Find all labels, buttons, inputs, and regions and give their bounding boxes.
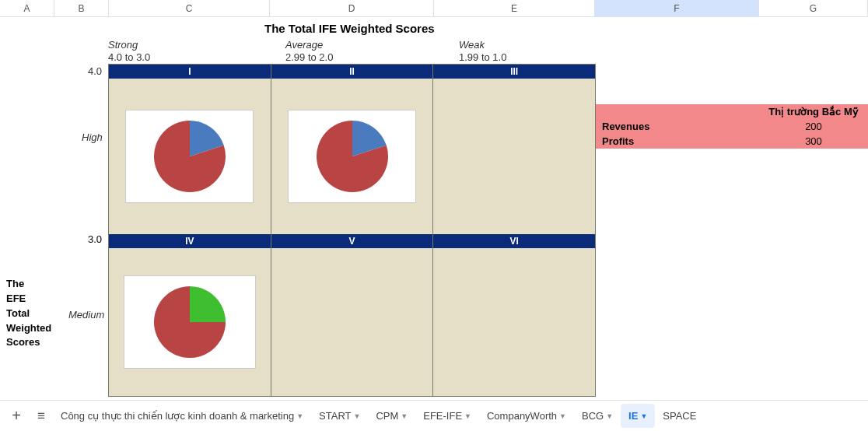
tab-label: START [319, 410, 351, 422]
tab-space[interactable]: SPACE [655, 404, 704, 428]
pie-chart-ii[interactable] [288, 110, 416, 203]
block-row-label: Profits [596, 134, 759, 149]
tab-label: IE [628, 410, 638, 422]
chevron-down-icon: ▼ [559, 412, 566, 420]
cell-v[interactable] [271, 248, 434, 396]
tab-ie[interactable]: IE▼ [621, 404, 655, 428]
tab-label: CPM [376, 410, 398, 422]
tab-start[interactable]: START▼ [311, 404, 368, 428]
pie-chart-i[interactable] [125, 110, 254, 203]
tab-bcg[interactable]: BCG▼ [574, 404, 621, 428]
heading-strong-range: 4.0 to 3.0 [108, 51, 150, 63]
ie-matrix: I II III IV V VI [108, 64, 596, 397]
col-header-g[interactable]: G [759, 0, 868, 16]
col-header-c[interactable]: C [109, 0, 270, 16]
cell-vi[interactable] [433, 248, 595, 396]
block-row-label: Revenues [596, 119, 759, 134]
band-cell-iii: III [433, 65, 595, 79]
band-cell-iv: IV [109, 234, 271, 248]
all-sheets-button[interactable]: ≡ [30, 408, 53, 424]
cell-ii[interactable] [271, 79, 434, 234]
band-cell-vi: VI [433, 234, 595, 248]
axis-label-4: 4.0 [88, 65, 102, 77]
col-header-b[interactable]: B [54, 0, 109, 16]
tab-label: SPACE [663, 410, 696, 422]
chevron-down-icon: ▼ [606, 412, 613, 420]
block-row-value: 200 [759, 119, 868, 134]
tab-main[interactable]: Công cụ thực thi chiến lược kinh doanh &… [53, 404, 311, 428]
heading-average-range: 2.99 to 2.0 [285, 51, 333, 63]
matrix-row-2 [109, 248, 595, 396]
col-header-d[interactable]: D [270, 0, 434, 16]
tab-companyworth[interactable]: CompanyWorth▼ [479, 404, 574, 428]
sheet-tabs: + ≡ Công cụ thực thi chiến lược kinh doa… [0, 400, 868, 431]
side-label: TheEFETotalWeightedScores [6, 277, 51, 350]
tab-label: EFE-IFE [423, 410, 462, 422]
row-label-medium: Medium [68, 309, 104, 321]
row-label-high: High [82, 131, 103, 143]
cell-iv[interactable] [109, 248, 271, 396]
chevron-down-icon: ▼ [353, 412, 360, 420]
cell-i[interactable] [109, 79, 271, 234]
heading-average: Average [285, 39, 323, 51]
data-block[interactable]: Thị trường Bắc Mỹ Revenues 200 Profits 3… [596, 104, 868, 149]
pie-chart-iv[interactable] [124, 275, 256, 369]
column-headers: ABCDEFG [0, 0, 868, 17]
axis-label-3: 3.0 [88, 233, 102, 245]
band-cell-v: V [271, 234, 434, 248]
heading-weak: Weak [459, 39, 485, 51]
band-row-1: I II III [109, 65, 595, 79]
heading-strong: Strong [108, 39, 138, 51]
col-header-a[interactable]: A [0, 0, 54, 16]
chevron-down-icon: ▼ [401, 412, 408, 420]
tab-cpm[interactable]: CPM▼ [368, 404, 415, 428]
chevron-down-icon: ▼ [464, 412, 471, 420]
block-row-value: 300 [759, 134, 868, 149]
chevron-down-icon: ▼ [640, 412, 647, 420]
band-cell-i: I [109, 65, 271, 79]
sheet-area: The Total IFE Weighted Scores Strong 4.0… [0, 17, 868, 400]
chart-title: The Total IFE Weighted Scores [264, 22, 435, 35]
heading-weak-range: 1.99 to 1.0 [459, 51, 506, 63]
tab-efe-ife[interactable]: EFE-IFE▼ [415, 404, 479, 428]
matrix-row-1 [109, 79, 595, 234]
chevron-down-icon: ▼ [296, 412, 303, 420]
tab-label: CompanyWorth [487, 410, 557, 422]
col-header-e[interactable]: E [434, 0, 595, 16]
band-row-2: IV V VI [109, 234, 595, 248]
col-header-f[interactable]: F [595, 0, 759, 16]
tab-label: BCG [582, 410, 604, 422]
block-header: Thị trường Bắc Mỹ [759, 104, 868, 119]
add-sheet-button[interactable]: + [3, 407, 30, 425]
band-cell-ii: II [271, 65, 434, 79]
tab-label: Công cụ thực thi chiến lược kinh doanh &… [61, 410, 294, 422]
cell-iii[interactable] [433, 79, 595, 234]
